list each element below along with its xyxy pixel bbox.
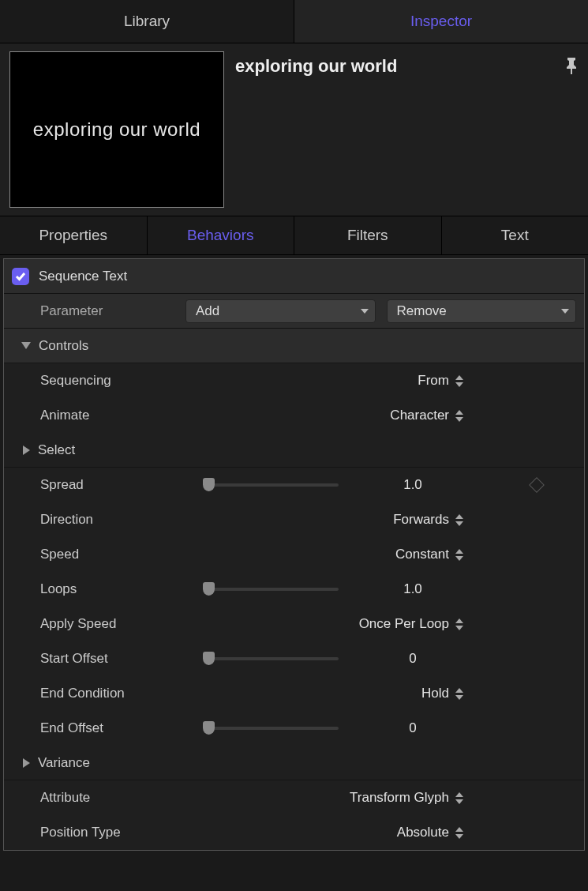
speed-label: Speed xyxy=(40,547,195,562)
slider-handle-icon[interactable] xyxy=(203,478,215,491)
keyframe-icon[interactable] xyxy=(529,477,545,493)
group-controls[interactable]: Controls xyxy=(4,329,584,363)
startoffset-value[interactable]: 0 xyxy=(362,651,463,667)
tab-filters[interactable]: Filters xyxy=(294,216,442,254)
speed-stepper[interactable] xyxy=(455,549,463,561)
spread-label: Spread xyxy=(40,477,195,493)
loops-label: Loops xyxy=(40,581,195,597)
project-title: exploring our world xyxy=(235,56,397,77)
pin-icon[interactable] xyxy=(564,56,579,79)
attribute-stepper[interactable] xyxy=(455,792,463,804)
positiontype-stepper[interactable] xyxy=(455,827,463,839)
group-variance-label: Variance xyxy=(38,755,90,771)
group-select[interactable]: Select xyxy=(4,433,584,468)
chevron-down-icon xyxy=(561,309,569,314)
behavior-panel: Sequence Text Parameter Add Remove Contr… xyxy=(3,258,585,851)
parameter-remove-dropdown[interactable]: Remove xyxy=(387,299,577,323)
sequencing-stepper[interactable] xyxy=(455,375,463,387)
startoffset-label: Start Offset xyxy=(40,651,195,667)
group-variance[interactable]: Variance xyxy=(4,746,584,780)
thumbnail-text: exploring our world xyxy=(33,118,200,141)
spread-value[interactable]: 1.0 xyxy=(362,477,463,493)
sequencing-label: Sequencing xyxy=(40,373,195,389)
tab-inspector[interactable]: Inspector xyxy=(294,0,588,43)
animate-value[interactable]: Character xyxy=(390,408,449,423)
disclosure-right-icon xyxy=(23,758,30,768)
behavior-enable-checkbox[interactable] xyxy=(12,268,29,285)
animate-stepper[interactable] xyxy=(455,410,463,422)
direction-value[interactable]: Forwards xyxy=(393,512,449,528)
applyspeed-label: Apply Speed xyxy=(40,616,195,632)
direction-label: Direction xyxy=(40,512,195,528)
endoffset-slider[interactable] xyxy=(204,727,339,730)
tab-behaviors[interactable]: Behaviors xyxy=(148,216,295,254)
loops-slider[interactable] xyxy=(204,588,339,591)
startoffset-slider[interactable] xyxy=(204,657,339,660)
endoffset-label: End Offset xyxy=(40,720,195,736)
tab-properties[interactable]: Properties xyxy=(0,216,148,254)
parameter-remove-label: Remove xyxy=(397,303,447,319)
parameter-add-dropdown[interactable]: Add xyxy=(185,299,376,323)
tab-library[interactable]: Library xyxy=(0,0,294,43)
group-select-label: Select xyxy=(38,442,75,458)
attribute-value[interactable]: Transform Glyph xyxy=(350,790,449,806)
positiontype-label: Position Type xyxy=(40,825,195,840)
parameter-add-label: Add xyxy=(196,303,219,319)
slider-handle-icon[interactable] xyxy=(203,652,215,665)
direction-stepper[interactable] xyxy=(455,514,463,526)
slider-handle-icon[interactable] xyxy=(203,721,215,735)
tab-text[interactable]: Text xyxy=(442,216,589,254)
svg-rect-0 xyxy=(571,68,572,74)
endcondition-label: End Condition xyxy=(40,686,195,701)
preview-thumbnail: exploring our world xyxy=(9,51,224,208)
group-controls-label: Controls xyxy=(39,338,88,354)
attribute-label: Attribute xyxy=(40,790,195,806)
applyspeed-value[interactable]: Once Per Loop xyxy=(359,616,449,632)
applyspeed-stepper[interactable] xyxy=(455,618,463,630)
speed-value[interactable]: Constant xyxy=(395,547,449,562)
endoffset-value[interactable]: 0 xyxy=(362,720,463,736)
sequencing-value[interactable]: From xyxy=(402,373,449,389)
disclosure-right-icon xyxy=(23,446,30,455)
parameter-label: Parameter xyxy=(40,303,174,319)
slider-handle-icon[interactable] xyxy=(203,582,215,596)
behavior-name: Sequence Text xyxy=(39,269,127,284)
chevron-down-icon xyxy=(361,309,369,314)
disclosure-down-icon xyxy=(21,342,31,349)
loops-value[interactable]: 1.0 xyxy=(362,581,463,597)
positiontype-value[interactable]: Absolute xyxy=(397,825,449,840)
animate-label: Animate xyxy=(40,408,195,423)
endcondition-value[interactable]: Hold xyxy=(402,686,449,701)
endcondition-stepper[interactable] xyxy=(455,688,463,700)
spread-slider[interactable] xyxy=(204,483,339,487)
